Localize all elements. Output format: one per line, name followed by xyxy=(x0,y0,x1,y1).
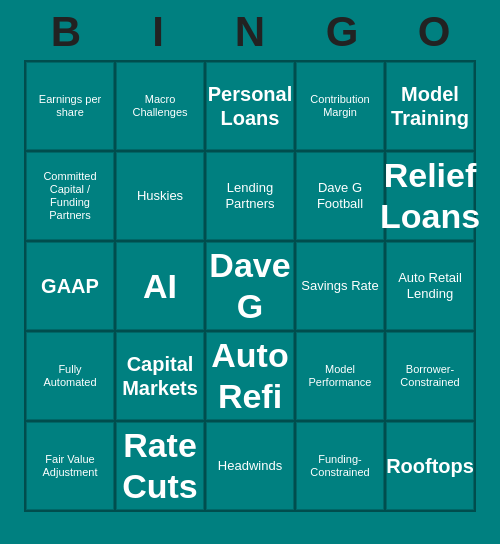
cell-r2-c2: Dave G xyxy=(206,242,294,330)
cell-r3-c0: Fully Automated xyxy=(26,332,114,420)
bingo-letter: O xyxy=(392,8,476,56)
bingo-letter: I xyxy=(116,8,200,56)
cell-r1-c4: Relief Loans xyxy=(386,152,474,240)
cell-r4-c2: Headwinds xyxy=(206,422,294,510)
bingo-letter: G xyxy=(300,8,384,56)
cell-r4-c3: Funding-Constrained xyxy=(296,422,384,510)
cell-r4-c1: Rate Cuts xyxy=(116,422,204,510)
cell-r1-c2: Lending Partners xyxy=(206,152,294,240)
cell-r1-c0: Committed Capital / Funding Partners xyxy=(26,152,114,240)
cell-r3-c1: Capital Markets xyxy=(116,332,204,420)
cell-r0-c4: Model Training xyxy=(386,62,474,150)
cell-r1-c3: Dave G Football xyxy=(296,152,384,240)
cell-r0-c0: Earnings per share xyxy=(26,62,114,150)
bingo-letter: B xyxy=(24,8,108,56)
cell-r3-c3: Model Performance xyxy=(296,332,384,420)
cell-r3-c4: Borrower-Constrained xyxy=(386,332,474,420)
cell-r0-c1: Macro Challenges xyxy=(116,62,204,150)
cell-r4-c0: Fair Value Adjustment xyxy=(26,422,114,510)
cell-r0-c2: Personal Loans xyxy=(206,62,294,150)
cell-r2-c1: AI xyxy=(116,242,204,330)
bingo-header: BINGO xyxy=(20,0,480,60)
bingo-letter: N xyxy=(208,8,292,56)
cell-r3-c2: Auto Refi xyxy=(206,332,294,420)
bingo-grid: Earnings per shareMacro ChallengesPerson… xyxy=(24,60,476,512)
cell-r2-c4: Auto Retail Lending xyxy=(386,242,474,330)
cell-r2-c0: GAAP xyxy=(26,242,114,330)
cell-r2-c3: Savings Rate xyxy=(296,242,384,330)
cell-r1-c1: Huskies xyxy=(116,152,204,240)
cell-r0-c3: Contribution Margin xyxy=(296,62,384,150)
cell-r4-c4: Rooftops xyxy=(386,422,474,510)
